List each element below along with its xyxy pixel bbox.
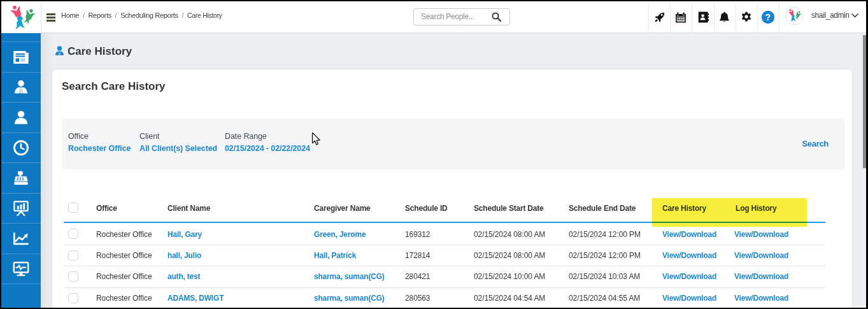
- svg-text:?: ?: [765, 12, 771, 22]
